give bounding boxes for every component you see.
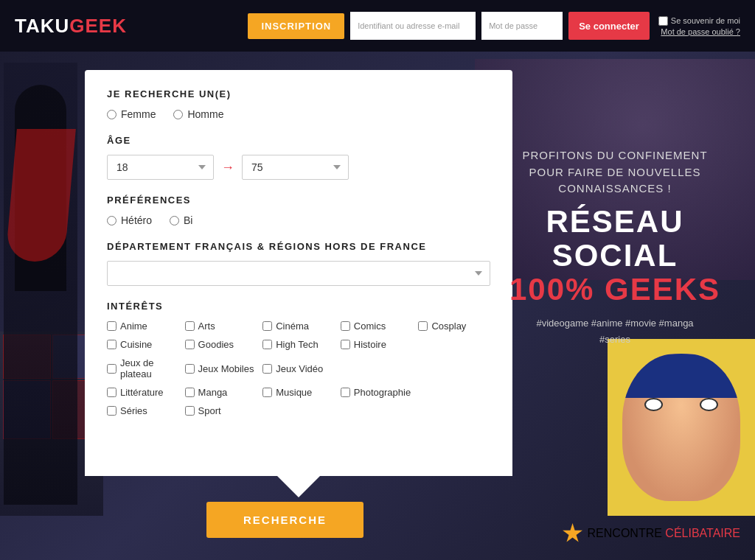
badge-star-icon (563, 523, 583, 544)
interest-comics-label: Comics (354, 321, 386, 332)
radio-homme[interactable]: Homme (173, 108, 223, 120)
interest-sport[interactable]: Sport (185, 405, 257, 416)
interest-goodies[interactable]: Goodies (185, 339, 257, 350)
section-recherche-title: JE RECHERCHE UN(E) (107, 88, 490, 99)
comic-face (622, 354, 740, 501)
checkbox-manga[interactable] (185, 388, 195, 397)
interest-cosplay[interactable]: Cosplay (418, 321, 490, 332)
interest-goodies-label: Goodies (198, 339, 234, 350)
checkbox-jeux-mobiles[interactable] (185, 364, 195, 374)
title-line2: 100% GEEKS (509, 272, 720, 307)
section-interets-title: INTÉRÊTS (107, 301, 490, 312)
interest-histoire-label: Histoire (354, 339, 386, 350)
logo-taku: TAKU (15, 15, 69, 37)
interest-high-tech[interactable]: High Tech (262, 339, 335, 350)
remember-me-label[interactable]: Se souvenir de moi (658, 16, 740, 26)
interest-musique[interactable]: Musique (262, 387, 335, 398)
tagline-line1: PROFITONS DU CONFINEMENT (522, 149, 707, 161)
comic-eye-left (644, 398, 663, 411)
forgot-password-link[interactable]: Mot de passe oublié ? (658, 27, 740, 36)
age-separator-arrow: → (221, 160, 234, 175)
celibataire-badge: RENCONTRE CÉLIBATAIRE (563, 523, 740, 544)
interest-photographie[interactable]: Photographie (341, 387, 413, 398)
age-min-select[interactable]: 18 (107, 155, 214, 180)
logo: TAKUGEEK (15, 15, 127, 38)
checkbox-high-tech[interactable] (262, 340, 272, 349)
header: TAKUGEEK INSCRIPTION Se connecter Se sou… (0, 0, 755, 52)
interest-series-label: Séries (120, 405, 147, 416)
checkbox-cosplay[interactable] (418, 321, 428, 331)
remember-row: Se souvenir de moi Mot de passe oublié ? (658, 16, 740, 36)
interest-series[interactable]: Séries (107, 405, 179, 416)
checkbox-goodies[interactable] (185, 340, 195, 349)
email-field[interactable] (350, 12, 476, 40)
interest-arts-label: Arts (198, 321, 215, 332)
checkbox-cinema[interactable] (262, 321, 272, 331)
radio-hetero-label: Hétéro (121, 214, 152, 226)
badge-rencontre: RENCONTRE (588, 527, 662, 539)
logo-geek: GEEK (69, 15, 127, 37)
badge-text: RENCONTRE CÉLIBATAIRE (588, 527, 740, 540)
checkbox-sport[interactable] (185, 406, 195, 416)
interest-jeux-plateau[interactable]: Jeux de plateau (107, 357, 179, 379)
section-departement-title: DÉPARTEMENT FRANÇAIS & RÉGIONS HORS DE F… (107, 241, 490, 252)
checkbox-jeux-video[interactable] (262, 364, 272, 374)
hashtags-line2: #series (599, 334, 630, 345)
connect-button[interactable]: Se connecter (568, 12, 650, 40)
recherche-button[interactable]: RECHERCHE (206, 502, 363, 538)
interest-musique-label: Musique (276, 387, 312, 398)
checkbox-cuisine[interactable] (107, 340, 116, 349)
checkbox-arts[interactable] (185, 321, 195, 331)
checkbox-musique[interactable] (262, 388, 272, 397)
checkbox-anime[interactable] (107, 321, 116, 331)
password-field[interactable] (481, 12, 563, 40)
age-row: 18 → 75 (107, 155, 490, 180)
interest-jeux-video-label: Jeux Vidéo (276, 363, 323, 374)
age-max-select[interactable]: 75 (242, 155, 349, 180)
interest-photographie-label: Photographie (354, 387, 411, 398)
tagline-line2: POUR FAIRE DE NOUVELLES (529, 166, 700, 178)
interest-litterature[interactable]: Littérature (107, 387, 179, 398)
remember-me-checkbox[interactable] (658, 16, 668, 26)
radio-homme-label: Homme (187, 108, 223, 120)
interest-comics[interactable]: Comics (341, 321, 413, 332)
radio-hetero[interactable]: Hétéro (107, 214, 152, 226)
interest-anime-label: Anime (120, 321, 147, 332)
checkbox-litterature[interactable] (107, 388, 116, 397)
radio-homme-input[interactable] (173, 110, 183, 119)
radio-bi-input[interactable] (170, 216, 179, 225)
interest-cinema[interactable]: Cinéma (262, 321, 335, 332)
radio-hetero-input[interactable] (107, 216, 116, 225)
departement-select[interactable] (107, 261, 490, 286)
interests-grid: Anime Arts Cinéma Comics Cosplay Cuisine… (107, 321, 490, 416)
gender-radio-group: Femme Homme (107, 108, 490, 120)
checkbox-photographie[interactable] (341, 388, 350, 397)
interest-litterature-label: Littérature (120, 387, 164, 398)
interest-jeux-video[interactable]: Jeux Vidéo (262, 357, 335, 379)
checkbox-histoire[interactable] (341, 340, 350, 349)
radio-bi-label: Bi (184, 214, 192, 226)
radio-femme-input[interactable] (107, 110, 116, 119)
title-line1: RÉSEAU SOCIAL (546, 204, 683, 273)
radio-femme[interactable]: Femme (107, 108, 156, 120)
interest-manga[interactable]: Manga (185, 387, 257, 398)
tagline-small: PROFITONS DU CONFINEMENT POUR FAIRE DE N… (490, 147, 740, 197)
checkbox-jeux-plateau[interactable] (107, 364, 116, 374)
section-preferences-title: PRÉFÉRENCES (107, 195, 490, 206)
interest-jeux-mobiles-label: Jeux Mobiles (198, 363, 254, 374)
interest-jeux-plateau-label: Jeux de plateau (120, 357, 179, 379)
hashtags-line1: #videogame #anime #movie #manga (536, 318, 693, 329)
radio-bi[interactable]: Bi (170, 214, 192, 226)
checkbox-series[interactable] (107, 406, 116, 416)
interest-arts[interactable]: Arts (185, 321, 257, 332)
hero-silhouette (4, 63, 77, 505)
comic-eye-right (700, 398, 718, 411)
interest-cuisine[interactable]: Cuisine (107, 339, 179, 350)
checkbox-comics[interactable] (341, 321, 350, 331)
header-controls: INSCRIPTION Se connecter Se souvenir de … (248, 12, 740, 40)
inscription-button[interactable]: INSCRIPTION (248, 13, 344, 39)
interest-histoire[interactable]: Histoire (341, 339, 413, 350)
comic-panel (608, 339, 755, 516)
interest-anime[interactable]: Anime (107, 321, 179, 332)
interest-jeux-mobiles[interactable]: Jeux Mobiles (185, 357, 257, 379)
